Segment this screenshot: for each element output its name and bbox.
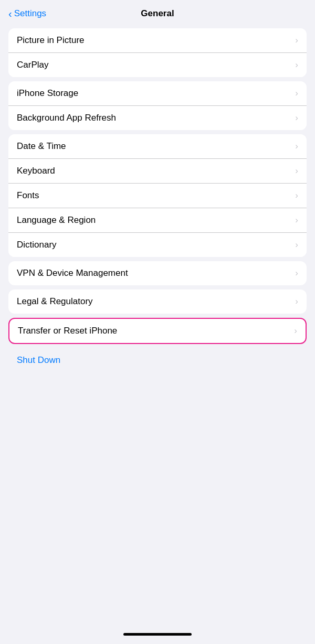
chevron-right-icon: › <box>295 113 298 123</box>
fonts-row[interactable]: Fonts › <box>8 184 307 208</box>
transfer-reset-label: Transfer or Reset iPhone <box>18 326 117 336</box>
carplay-row[interactable]: CarPlay › <box>8 53 307 77</box>
iphone-storage-row[interactable]: iPhone Storage › <box>8 81 307 106</box>
carplay-label: CarPlay <box>17 60 48 70</box>
dictionary-row[interactable]: Dictionary › <box>8 233 307 257</box>
date-time-row[interactable]: Date & Time › <box>8 134 307 159</box>
legal-regulatory-label: Legal & Regulatory <box>17 296 93 307</box>
page-wrapper: ‹ Settings General Picture in Picture › … <box>0 0 315 644</box>
chevron-right-icon: › <box>295 190 298 201</box>
chevron-right-icon: › <box>295 166 298 176</box>
page-title: General <box>141 8 174 19</box>
chevron-right-icon: › <box>295 240 298 250</box>
shut-down-button[interactable]: Shut Down <box>17 355 60 365</box>
chevron-right-icon: › <box>295 141 298 152</box>
transfer-reset-row[interactable]: Transfer or Reset iPhone › <box>8 318 307 344</box>
back-label: Settings <box>14 8 46 19</box>
fonts-label: Fonts <box>17 190 39 201</box>
chevron-right-icon: › <box>295 35 298 46</box>
home-indicator <box>0 628 315 644</box>
keyboard-label: Keyboard <box>17 166 55 176</box>
chevron-right-icon: › <box>295 215 298 226</box>
vpn-device-management-label: VPN & Device Management <box>17 268 128 278</box>
chevron-right-icon: › <box>294 326 297 336</box>
iphone-storage-label: iPhone Storage <box>17 88 78 99</box>
chevron-right-icon: › <box>295 296 298 307</box>
section-4: VPN & Device Management › <box>8 261 307 285</box>
date-time-label: Date & Time <box>17 141 66 152</box>
section-2: iPhone Storage › Background App Refresh … <box>8 81 307 130</box>
transfer-reset-section: Transfer or Reset iPhone › <box>8 318 307 344</box>
picture-in-picture-row[interactable]: Picture in Picture › <box>8 28 307 53</box>
section-5: Legal & Regulatory › <box>8 289 307 314</box>
content-area: Picture in Picture › CarPlay › iPhone St… <box>0 24 315 628</box>
section-3: Date & Time › Keyboard › Fonts › Languag… <box>8 134 307 257</box>
bottom-area <box>0 628 315 644</box>
shut-down-section: Shut Down <box>8 348 307 372</box>
back-button[interactable]: ‹ Settings <box>8 8 46 20</box>
section-1: Picture in Picture › CarPlay › <box>8 28 307 77</box>
language-region-label: Language & Region <box>17 215 96 226</box>
background-app-refresh-row[interactable]: Background App Refresh › <box>8 106 307 130</box>
dictionary-label: Dictionary <box>17 240 57 250</box>
chevron-left-icon: ‹ <box>8 8 12 20</box>
chevron-right-icon: › <box>295 268 298 278</box>
picture-in-picture-label: Picture in Picture <box>17 35 85 46</box>
home-bar <box>123 633 192 636</box>
chevron-right-icon: › <box>295 60 298 70</box>
background-app-refresh-label: Background App Refresh <box>17 113 116 123</box>
header: ‹ Settings General <box>0 0 315 24</box>
language-region-row[interactable]: Language & Region › <box>8 208 307 233</box>
vpn-device-management-row[interactable]: VPN & Device Management › <box>8 261 307 285</box>
legal-regulatory-row[interactable]: Legal & Regulatory › <box>8 289 307 314</box>
keyboard-row[interactable]: Keyboard › <box>8 159 307 184</box>
chevron-right-icon: › <box>295 88 298 99</box>
